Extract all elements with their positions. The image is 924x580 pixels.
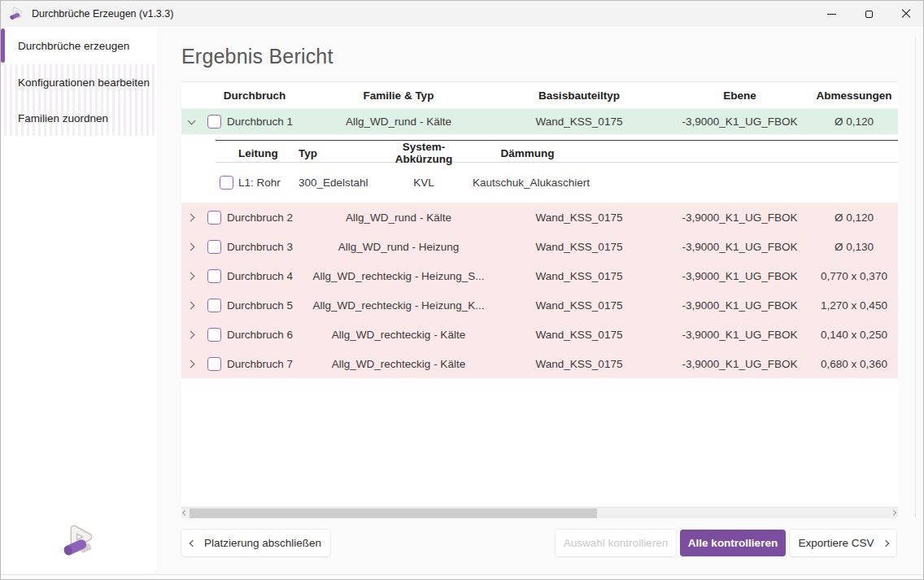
cell-familie-typ: Allg_WD_rund - Kälte [308, 116, 489, 128]
cell-ebene: -3,9000_K1_UG_FBOK [669, 212, 810, 224]
subcell-system-abkuerzung: KVL [375, 177, 473, 189]
cell-abmessungen: 0,140 x 0,250 [810, 329, 898, 341]
sidebar-item-label: Durchbrüche erzeugen [18, 40, 129, 52]
check-all-button[interactable]: Alle kontrollieren [680, 530, 786, 556]
cell-familie-typ: Allg_WD_rund - Kälte [308, 212, 489, 224]
cell-familie-typ: Allg_WD_rechteckig - Heizung_K... [308, 299, 489, 312]
row-checkbox[interactable] [207, 115, 221, 129]
cell-basisbauteiltyp: Wand_KSS_0175 [489, 241, 669, 253]
cell-durchbruch: Durchbruch 4 [227, 270, 308, 282]
check-selection-label: Auswahl kontrollieren [564, 537, 668, 549]
sidebar-item-label: Familien zuordnen [18, 112, 108, 124]
export-csv-label: Exportiere CSV [798, 537, 874, 549]
window-controls [813, 1, 924, 27]
table-header-row: Durchbruch Familie & Typ Basisbauteiltyp… [181, 82, 898, 109]
row-checkbox[interactable] [207, 211, 221, 225]
close-icon [901, 9, 911, 19]
app-icon [9, 7, 25, 22]
row-checkbox[interactable] [207, 357, 221, 371]
app-logo [61, 525, 100, 560]
cell-durchbruch: Durchbruch 5 [227, 299, 308, 312]
subcell-leitung: L1: Rohr [237, 177, 297, 189]
chevron-right-icon[interactable] [186, 330, 194, 338]
minimize-button[interactable] [813, 1, 850, 27]
finish-placement-button[interactable]: Platzierung abschließen [181, 530, 330, 556]
check-selection-button[interactable]: Auswahl kontrollieren [556, 530, 676, 556]
column-header-durchbruch: Durchbruch [201, 89, 308, 102]
finish-placement-label: Platzierung abschließen [204, 537, 321, 549]
chevron-right-icon[interactable] [186, 301, 194, 309]
export-csv-button[interactable]: Exportiere CSV [790, 530, 896, 556]
chevron-right-icon[interactable] [186, 213, 194, 221]
subcolumn-header-system-abkuerzung: System-Abkürzung [375, 141, 473, 165]
cell-abmessungen: 0,770 x 0,370 [810, 270, 898, 282]
cell-abmessungen: Ø 0,120 [810, 212, 898, 224]
sidebar-item-familien-zuordnen[interactable]: Familien zuordnen [1, 100, 157, 136]
window-title: Durchbrüche Erzeugen (v1.3.3) [32, 8, 173, 20]
cell-durchbruch: Durchbruch 3 [227, 241, 308, 253]
subcolumn-header-daemmung: Dämmung [473, 147, 582, 159]
row-checkbox[interactable] [207, 299, 221, 312]
minimize-icon [827, 14, 836, 15]
close-button[interactable] [887, 1, 924, 27]
cell-familie-typ: Allg_WD_rechteckig - Kälte [308, 358, 489, 370]
sidebar: Durchbrüche erzeugen Konfigurationen bea… [1, 27, 157, 574]
cell-durchbruch: Durchbruch 2 [227, 212, 308, 224]
chevron-right-icon [882, 539, 888, 546]
sidebar-item-durchbrueche-erzeugen[interactable]: Durchbrüche erzeugen [1, 27, 157, 64]
table-row-durchbruch-4[interactable]: Durchbruch 4 Allg_WD_rechteckig - Heizun… [181, 261, 898, 290]
chevron-left-icon [190, 539, 196, 546]
cell-basisbauteiltyp: Wand_KSS_0175 [489, 358, 669, 370]
subtable-header-row: Leitung Typ System-Abkürzung Dämmung [216, 141, 898, 163]
cell-familie-typ: Allg_WD_rechteckig - Kälte [308, 329, 489, 341]
page-title: Ergebnis Bericht [181, 45, 333, 68]
cell-abmessungen: Ø 0,120 [810, 116, 898, 128]
table-row-durchbruch-6[interactable]: Durchbruch 6 Allg_WD_rechteckig - Kälte … [181, 320, 898, 349]
chevron-right-icon[interactable] [186, 242, 194, 251]
check-all-label: Alle kontrollieren [688, 537, 778, 549]
scroll-left-button[interactable] [183, 511, 188, 516]
subcell-daemmung: Kautschuk_Alukaschiert [473, 177, 582, 189]
cell-durchbruch: Durchbruch 1 [227, 116, 308, 128]
chevron-right-icon[interactable] [186, 272, 194, 280]
row-checkbox[interactable] [207, 269, 221, 283]
cell-durchbruch: Durchbruch 6 [227, 329, 308, 341]
vertical-scrollbar-track [915, 37, 916, 517]
table-row-durchbruch-3[interactable]: Durchbruch 3 Allg_WD_rund - Heizung Wand… [181, 232, 898, 261]
cell-basisbauteiltyp: Wand_KSS_0175 [489, 299, 669, 312]
subcolumn-header-leitung: Leitung [237, 147, 297, 159]
table-row-durchbruch-7[interactable]: Durchbruch 7 Allg_WD_rechteckig - Kälte … [181, 349, 898, 378]
cell-ebene: -3,9000_K1_UG_FBOK [669, 241, 810, 253]
sidebar-item-label: Konfigurationen bearbeiten [18, 76, 150, 89]
cell-familie-typ: Allg_WD_rechteckig - Heizung_S... [308, 270, 489, 282]
cell-familie-typ: Allg_WD_rund - Heizung [308, 241, 489, 253]
scrollbar-thumb[interactable] [190, 508, 597, 518]
cell-ebene: -3,9000_K1_UG_FBOK [669, 116, 810, 128]
cell-abmessungen: Ø 0,130 [810, 241, 898, 253]
scroll-right-button[interactable] [891, 511, 896, 516]
column-header-ebene: Ebene [669, 89, 810, 102]
row-checkbox[interactable] [207, 328, 221, 342]
table-row-durchbruch-1[interactable]: Durchbruch 1 Allg_WD_rund - Kälte Wand_K… [181, 109, 898, 134]
cell-durchbruch: Durchbruch 7 [227, 358, 308, 370]
sidebar-inactive-group: Konfigurationen bearbeiten Familien zuor… [1, 64, 157, 136]
subrow-checkbox[interactable] [220, 176, 233, 190]
row-checkbox[interactable] [207, 240, 221, 254]
subcell-typ: 300_Edelstahl [297, 177, 375, 189]
chevron-left-icon [182, 510, 188, 516]
cell-basisbauteiltyp: Wand_KSS_0175 [489, 116, 669, 128]
subtable-row[interactable]: L1: Rohr 300_Edelstahl KVL Kautschuk_Alu… [216, 163, 898, 203]
horizontal-scrollbar[interactable] [181, 507, 898, 518]
column-header-basisbauteiltyp: Basisbauteiltyp [489, 89, 669, 102]
chevron-right-icon [891, 510, 896, 516]
cell-basisbauteiltyp: Wand_KSS_0175 [489, 329, 669, 341]
titlebar: Durchbrüche Erzeugen (v1.3.3) [1, 1, 924, 27]
cell-basisbauteiltyp: Wand_KSS_0175 [489, 212, 669, 224]
cell-abmessungen: 0,680 x 0,360 [810, 358, 898, 370]
sidebar-item-konfigurationen-bearbeiten[interactable]: Konfigurationen bearbeiten [1, 64, 157, 100]
chevron-right-icon[interactable] [186, 360, 194, 368]
table-row-durchbruch-2[interactable]: Durchbruch 2 Allg_WD_rund - Kälte Wand_K… [181, 203, 898, 232]
table-row-durchbruch-5[interactable]: Durchbruch 5 Allg_WD_rechteckig - Heizun… [181, 290, 898, 320]
maximize-button[interactable] [850, 1, 887, 27]
chevron-down-icon[interactable] [187, 116, 195, 124]
